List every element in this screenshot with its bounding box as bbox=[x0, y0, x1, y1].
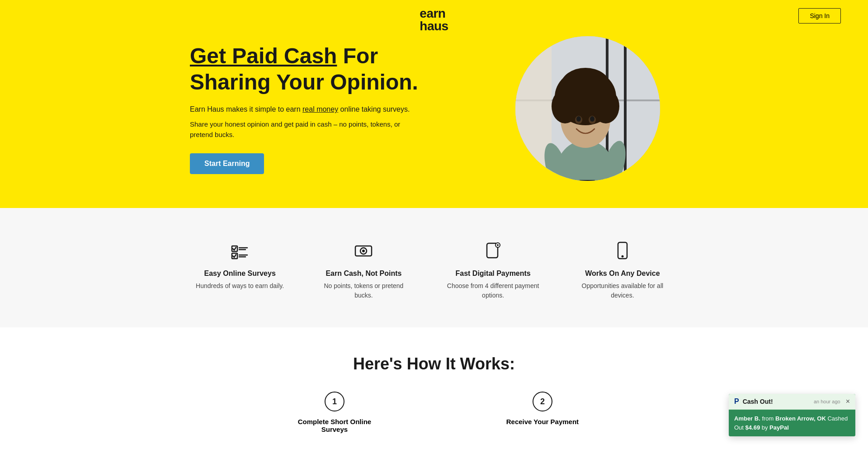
toast-close-button[interactable]: × bbox=[846, 397, 850, 406]
svg-point-16 bbox=[576, 116, 581, 122]
toast-time: an hour ago bbox=[814, 399, 840, 404]
step-1-circle: 1 bbox=[325, 392, 344, 411]
svg-point-32 bbox=[362, 250, 365, 252]
features-section: Easy Online Surveys Hundreds of ways to … bbox=[0, 208, 868, 327]
feature-any-device: Works On Any Device Opportunities availa… bbox=[573, 240, 672, 300]
svg-point-17 bbox=[590, 116, 594, 122]
how-steps: 1 Complete Short Online Surveys 2 Receiv… bbox=[231, 392, 637, 436]
feature-earn-cash-title: Earn Cash, Not Points bbox=[326, 269, 401, 278]
svg-point-36 bbox=[497, 244, 499, 246]
hero-person-image bbox=[515, 36, 660, 181]
svg-point-21 bbox=[608, 177, 626, 181]
feature-earn-cash-desc: No points, tokens or pretend bucks. bbox=[314, 281, 413, 300]
signin-button[interactable]: Sign In bbox=[798, 8, 841, 24]
start-earning-button[interactable]: Start Earning bbox=[190, 153, 264, 174]
how-step-2: 2 Receive Your Payment bbox=[506, 392, 579, 428]
hero-image bbox=[515, 36, 660, 181]
toast-label: Cash Out! bbox=[743, 398, 773, 405]
hero-headline: Get Paid Cash For Sharing Your Opinion. bbox=[190, 43, 425, 95]
toast-location: Broken Arrow, OK bbox=[775, 415, 826, 422]
feature-any-device-title: Works On Any Device bbox=[585, 269, 660, 278]
paypal-icon: P bbox=[734, 397, 739, 406]
feature-fast-payments: Fast Digital Payments Choose from 4 diff… bbox=[443, 240, 543, 300]
feature-fast-payments-title: Fast Digital Payments bbox=[455, 269, 530, 278]
toast-body-text: Amber B. from Broken Arrow, OK Cashed Ou… bbox=[734, 414, 850, 432]
hero-subtext: Earn Haus makes it simple to earn real m… bbox=[190, 104, 425, 115]
toast-header-left: P Cash Out! bbox=[734, 397, 773, 406]
hero-subtext-link: real money bbox=[302, 105, 338, 113]
feature-earn-cash: Earn Cash, Not Points No points, tokens … bbox=[314, 240, 413, 300]
how-it-works-title: Here's How It Works: bbox=[27, 354, 841, 373]
toast-notification: P Cash Out! an hour ago × Amber B. from … bbox=[729, 394, 855, 436]
hero-headline-underline: Get Paid Cash bbox=[190, 44, 337, 68]
features-grid: Easy Online Surveys Hundreds of ways to … bbox=[185, 240, 683, 300]
hero-subtext2: Share your honest opinion and get paid i… bbox=[190, 119, 425, 140]
toast-method: PayPal bbox=[769, 424, 789, 431]
svg-point-13 bbox=[561, 68, 610, 104]
step-2-title: Receive Your Payment bbox=[506, 418, 579, 425]
feature-easy-surveys: Easy Online Surveys Hundreds of ways to … bbox=[196, 240, 284, 291]
step-1-title: Complete Short Online Surveys bbox=[289, 418, 380, 433]
toast-name: Amber B. bbox=[734, 415, 760, 422]
mobile-icon bbox=[610, 240, 635, 261]
feature-any-device-desc: Opportunities available for all devices. bbox=[573, 281, 672, 300]
step-2-circle: 2 bbox=[533, 392, 552, 411]
site-logo: earn haus bbox=[420, 7, 448, 33]
svg-point-38 bbox=[621, 255, 623, 258]
checklist-icon bbox=[227, 240, 253, 261]
navbar: earn haus Sign In bbox=[0, 0, 868, 40]
feature-easy-surveys-title: Easy Online Surveys bbox=[204, 269, 275, 278]
feature-fast-payments-desc: Choose from 4 different payment options. bbox=[443, 281, 543, 300]
toast-header: P Cash Out! an hour ago × bbox=[729, 394, 855, 410]
feature-easy-surveys-desc: Hundreds of ways to earn daily. bbox=[196, 281, 284, 291]
how-step-1: 1 Complete Short Online Surveys bbox=[289, 392, 380, 436]
logo-text: earn haus bbox=[420, 7, 448, 33]
cash-icon bbox=[351, 240, 376, 261]
toast-amount: $4.69 bbox=[745, 424, 760, 431]
toast-body: Amber B. from Broken Arrow, OK Cashed Ou… bbox=[729, 410, 855, 436]
hero-left: Get Paid Cash For Sharing Your Opinion. … bbox=[190, 43, 425, 174]
phone-payment-icon bbox=[481, 240, 506, 261]
svg-point-20 bbox=[543, 179, 562, 181]
svg-rect-22 bbox=[579, 180, 596, 181]
